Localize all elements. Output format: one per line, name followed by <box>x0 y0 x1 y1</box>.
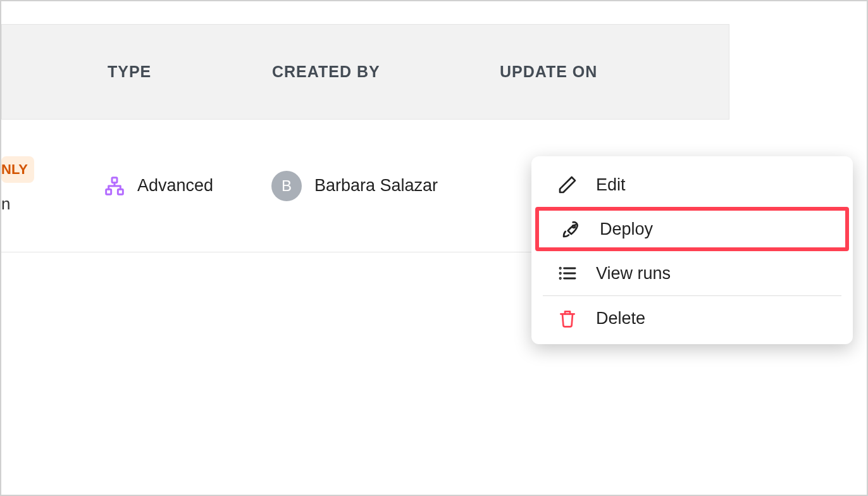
row-subtext: n <box>1 194 10 214</box>
avatar: B <box>271 171 302 201</box>
menu-item-label: Delete <box>596 309 645 328</box>
svg-point-8 <box>560 273 561 273</box>
menu-item-view-runs[interactable]: View runs <box>531 251 853 295</box>
cell-created-by: B Barbara Salazar <box>271 171 499 201</box>
status-badge: NLY <box>1 156 34 183</box>
hierarchy-icon <box>104 176 125 196</box>
menu-item-edit[interactable]: Edit <box>531 163 853 207</box>
trash-icon <box>557 307 578 329</box>
svg-point-7 <box>560 268 561 268</box>
column-header-created-by: CREATED BY <box>272 63 500 81</box>
type-label: Advanced <box>137 176 213 195</box>
column-header-type: TYPE <box>108 63 272 81</box>
menu-item-label: Deploy <box>600 220 653 239</box>
menu-item-delete[interactable]: Delete <box>531 296 853 340</box>
rocket-icon <box>561 218 582 240</box>
list-icon <box>557 263 578 284</box>
svg-point-3 <box>573 225 575 228</box>
pencil-icon <box>557 174 578 195</box>
creator-name: Barbara Salazar <box>314 176 438 195</box>
context-menu: Edit Deploy View runs <box>531 156 853 344</box>
menu-item-label: View runs <box>596 264 671 283</box>
cell-type: Advanced <box>104 176 271 196</box>
table-header-row: TYPE CREATED BY UPDATE ON <box>1 24 729 120</box>
column-header-update-on: UPDATE ON <box>500 63 597 81</box>
menu-item-deploy[interactable]: Deploy <box>535 207 849 251</box>
svg-point-9 <box>560 278 561 278</box>
menu-item-label: Edit <box>596 175 626 195</box>
